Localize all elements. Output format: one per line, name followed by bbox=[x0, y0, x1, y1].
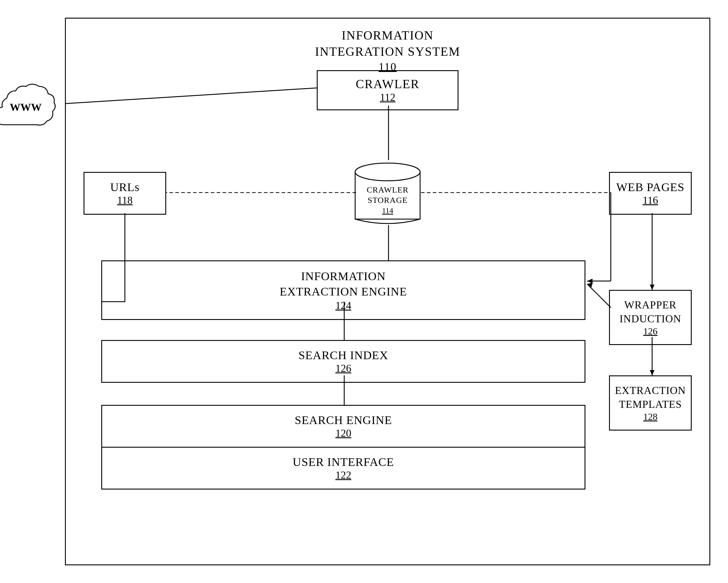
svg-marker-12 bbox=[587, 279, 593, 283]
extraction-number: 124 bbox=[105, 299, 581, 312]
urls-box: URLs 118 bbox=[83, 172, 166, 215]
page: INFORMATIONINTEGRATION SYSTEM 110 WWW CR… bbox=[0, 0, 728, 583]
svg-line-5 bbox=[66, 88, 318, 104]
search-ui-outer: SEARCH ENGINE 120 USER INTERFACE 122 bbox=[101, 405, 586, 490]
webpages-box: WEB PAGES 116 bbox=[609, 172, 692, 215]
search-index-box: SEARCH INDEX 126 bbox=[101, 340, 586, 383]
templates-number: 128 bbox=[613, 411, 688, 422]
extraction-title: INFORMATIONEXTRACTION ENGINE bbox=[105, 269, 581, 299]
search-index-number: 126 bbox=[105, 362, 581, 374]
urls-number: 118 bbox=[87, 194, 162, 206]
webpages-number: 116 bbox=[613, 194, 688, 206]
storage-area: CRAWLER STORAGE 114 bbox=[349, 160, 426, 225]
www-cloud: WWW bbox=[0, 78, 57, 137]
wrapper-number: 126 bbox=[613, 326, 688, 337]
crawler-number: 112 bbox=[320, 91, 454, 104]
svg-marker-16 bbox=[650, 370, 654, 376]
user-interface-title: USER INTERFACE bbox=[105, 455, 581, 469]
svg-marker-14 bbox=[650, 284, 654, 290]
webpages-title: WEB PAGES bbox=[613, 180, 688, 194]
crawler-box: CRAWLER 112 bbox=[317, 70, 459, 110]
templates-box: EXTRACTIONTEMPLATES 128 bbox=[609, 376, 692, 431]
svg-text:CRAWLER: CRAWLER bbox=[367, 185, 409, 194]
user-interface-box: USER INTERFACE 122 bbox=[102, 448, 584, 489]
www-label: WWW bbox=[10, 101, 42, 114]
search-engine-box: SEARCH ENGINE 120 bbox=[102, 406, 584, 448]
svg-point-1 bbox=[355, 163, 420, 181]
svg-marker-18 bbox=[587, 282, 593, 287]
user-interface-number: 122 bbox=[105, 469, 581, 481]
wrapper-title: WRAPPERINDUCTION bbox=[613, 298, 688, 326]
extraction-box: INFORMATIONEXTRACTION ENGINE 124 bbox=[101, 260, 586, 320]
system-border: INFORMATIONINTEGRATION SYSTEM 110 WWW CR… bbox=[65, 18, 710, 565]
svg-text:114: 114 bbox=[382, 206, 393, 215]
search-engine-title: SEARCH ENGINE bbox=[105, 413, 581, 427]
templates-title: EXTRACTIONTEMPLATES bbox=[613, 384, 688, 411]
svg-line-17 bbox=[587, 284, 611, 308]
svg-text:STORAGE: STORAGE bbox=[367, 195, 408, 205]
crawler-title: CRAWLER bbox=[320, 77, 454, 91]
crawler-storage-cylinder: CRAWLER STORAGE 114 bbox=[349, 160, 426, 225]
search-engine-number: 120 bbox=[105, 427, 581, 439]
wrapper-box: WRAPPERINDUCTION 126 bbox=[609, 290, 692, 345]
urls-title: URLs bbox=[87, 180, 162, 194]
system-title: INFORMATIONINTEGRATION SYSTEM 110 bbox=[66, 27, 709, 74]
search-index-title: SEARCH INDEX bbox=[105, 348, 581, 362]
